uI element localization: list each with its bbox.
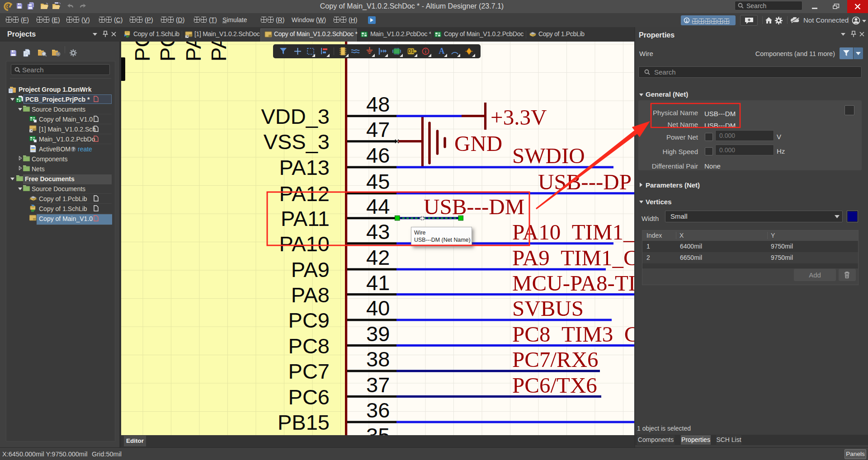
svg-text:GND: GND — [454, 131, 502, 156]
svg-text:35: 35 — [366, 423, 390, 435]
svg-text:47: 47 — [366, 117, 390, 141]
svg-text:44: 44 — [366, 194, 390, 218]
svg-text:36: 36 — [366, 398, 390, 422]
svg-text:PA13: PA13 — [279, 155, 330, 179]
svg-text:40: 40 — [366, 296, 390, 320]
svg-text:45: 45 — [366, 169, 390, 193]
svg-text:PC7: PC7 — [288, 359, 330, 383]
svg-text:PA9: PA9 — [291, 258, 330, 282]
svg-text:USB---DP: USB---DP — [538, 169, 632, 194]
svg-text:PC8 TIM3 C: PC8 TIM3 C — [512, 322, 634, 347]
svg-text:PA3: PA3 — [207, 42, 231, 61]
svg-text:38: 38 — [366, 347, 390, 371]
svg-text:PC9: PC9 — [288, 308, 330, 332]
svg-text:PC15: PC15 — [156, 42, 179, 61]
svg-text:PA9 TIM1_C: PA9 TIM1_C — [512, 245, 634, 270]
svg-text:PB15: PB15 — [278, 410, 330, 434]
svg-text:?: ? — [72, 147, 75, 152]
svg-text:41: 41 — [366, 271, 390, 295]
svg-text:PC7/RX6: PC7/RX6 — [512, 347, 599, 372]
svg-text:PA10: PA10 — [279, 232, 330, 256]
svg-text:46: 46 — [366, 143, 390, 167]
svg-text:42: 42 — [366, 245, 390, 269]
svg-text:37: 37 — [366, 373, 390, 397]
svg-text:PC8: PC8 — [288, 334, 330, 358]
svg-text:PA8: PA8 — [291, 283, 330, 307]
svg-text:PC14: PC14 — [130, 42, 154, 61]
svg-text:MCU-PA8-TI: MCU-PA8-TI — [512, 271, 634, 296]
svg-text:+3.3V: +3.3V — [491, 105, 547, 130]
svg-text:43: 43 — [366, 220, 390, 244]
svg-text:48: 48 — [366, 92, 390, 116]
svg-text:PA11: PA11 — [281, 207, 330, 230]
svg-text:PA10 TIM1_: PA10 TIM1_ — [512, 220, 634, 244]
svg-text:PA2: PA2 — [181, 42, 205, 61]
svg-text:PC6/TX6: PC6/TX6 — [512, 373, 597, 398]
svg-text:USB---DM: USB---DM — [424, 194, 524, 219]
svg-text:VDD_3: VDD_3 — [261, 104, 330, 128]
svg-text:39: 39 — [366, 322, 390, 346]
svg-text:SWDIO: SWDIO — [512, 143, 585, 168]
svg-text:SVBUS: SVBUS — [512, 296, 584, 321]
svg-text:PA12: PA12 — [279, 182, 330, 206]
svg-text:VSS_3: VSS_3 — [264, 130, 330, 154]
svg-text:PC6: PC6 — [288, 385, 330, 409]
